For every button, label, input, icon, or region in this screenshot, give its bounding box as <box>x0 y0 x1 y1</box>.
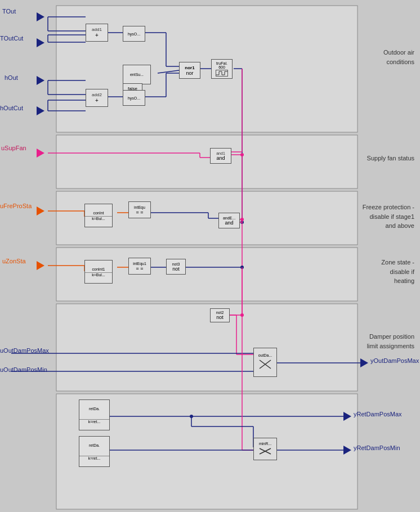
add1-block: add1 + <box>86 24 108 42</box>
diagram-container: TOut TOutCut hOut hOutCut uSupFan uFrePr… <box>0 0 420 512</box>
TOut-arrow <box>37 12 44 23</box>
uOutDamPosMin-label: uOutDamPosMin <box>0 366 47 373</box>
yRetDamPosMax-label: yRetDamPosMax <box>354 411 402 417</box>
TOutCut-label: TOutCut <box>0 35 23 42</box>
retDa-bottom-block: retDa. k=ret... <box>79 436 110 467</box>
yRetDamPosMax-arrow <box>343 412 351 422</box>
uZonSta-arrow <box>37 261 44 271</box>
hOutCut-arrow <box>37 106 44 116</box>
not2-block: not2 not <box>210 308 230 322</box>
hyso-top-block: hysO... <box>123 26 145 42</box>
truFal-block: truFal. 600 <box>211 59 233 79</box>
yOutDamPosMax-arrow <box>360 358 368 369</box>
hyso-bottom-block: hysO... <box>123 90 145 106</box>
supply-fan-label: Supply fan status <box>367 155 414 161</box>
nor1-block: nor1 nor <box>179 62 200 79</box>
minR-block: minR... <box>253 438 277 460</box>
uSupFan-arrow <box>37 149 44 159</box>
uFreProSta-label: uFreProSta <box>0 203 32 209</box>
uFreProSta-arrow <box>37 206 44 217</box>
hOut-label: hOut <box>5 74 18 81</box>
retDa-top-block: retDa. k=ret... <box>79 399 110 430</box>
intEqu1-block: intEqu1 = = <box>128 258 151 275</box>
uSupFan-label: uSupFan <box>1 145 26 151</box>
freeze-protect-label: Freeze protection -disable if stage1and … <box>363 203 414 231</box>
svg-line-24 <box>158 70 179 73</box>
svg-point-57 <box>240 266 244 269</box>
add2-block: add2 + <box>86 89 108 107</box>
and1-block: and1 and <box>210 148 231 164</box>
hOutCut-label: hOutCut <box>0 105 23 111</box>
andE-block: andE... and <box>218 213 240 228</box>
not3-block: not3 not <box>166 259 186 275</box>
yRetDamPosMin-arrow <box>343 446 351 456</box>
svg-rect-4 <box>56 304 358 391</box>
conInt1-block: conInt1 k=Bul... <box>84 260 113 284</box>
uZonSta-label: uZonSta <box>2 258 26 264</box>
outDa-block: outDa... <box>253 348 277 377</box>
hOut-arrow <box>37 76 44 86</box>
yOutDamPosMax-label: yOutDamPosMax <box>370 357 419 364</box>
svg-point-38 <box>240 153 244 156</box>
entSu-block: entSu... <box>123 65 151 84</box>
svg-point-69 <box>190 415 193 418</box>
svg-point-61 <box>240 313 244 317</box>
wires-overlay <box>0 0 420 512</box>
svg-point-49 <box>240 218 244 221</box>
conInt-block: conInt k=Bul... <box>84 204 113 227</box>
intEqu-freeze-block: intEqu = = <box>128 201 151 218</box>
yRetDamPosMin-label: yRetDamPosMin <box>354 444 400 451</box>
svg-rect-1 <box>56 135 358 188</box>
damper-pos-label: Damper positionlimit assignments <box>367 332 414 351</box>
TOutCut-arrow <box>37 38 44 48</box>
TOut-label: TOut <box>2 8 16 15</box>
uOutDamPosMax-label: uOutDamPosMax <box>0 347 49 354</box>
zone-state-label: Zone state -disable ifheating <box>381 258 414 286</box>
outdoor-air-label: Outdoor airconditions <box>383 48 414 66</box>
svg-point-31 <box>240 221 244 224</box>
